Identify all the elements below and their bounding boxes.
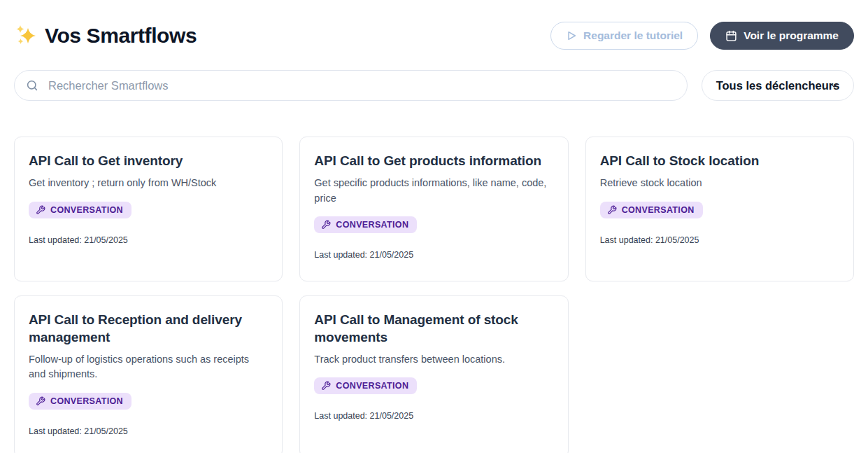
smartflows-page: Vos Smartflows Regarder le tutoriel Voir… <box>0 0 868 453</box>
smartflow-grid: API Call to Get inventory Get inventory … <box>14 137 854 453</box>
trigger-badge-label: CONVERSATION <box>50 396 123 406</box>
card-description: Follow-up of logistics operations such a… <box>29 352 268 382</box>
trigger-filter-label: Tous les déclencheurs <box>716 79 840 92</box>
card-last-updated: Last updated: 21/05/2025 <box>29 426 268 436</box>
card-title: API Call to Stock location <box>600 153 839 169</box>
trigger-badge: CONVERSATION <box>314 377 417 394</box>
card-description: Track product transfers between location… <box>314 352 553 367</box>
play-icon <box>566 30 577 41</box>
card-last-updated: Last updated: 21/05/2025 <box>314 250 553 260</box>
search-input[interactable] <box>15 71 687 100</box>
view-program-button[interactable]: Voir le programme <box>710 22 854 50</box>
trigger-badge: CONVERSATION <box>600 202 703 218</box>
smartflow-card[interactable]: API Call to Management of stock movement… <box>299 295 568 453</box>
title-wrap: Vos Smartflows <box>14 24 197 48</box>
calendar-icon <box>725 30 737 42</box>
card-title: API Call to Management of stock movement… <box>314 312 553 346</box>
trigger-filter-select[interactable]: Tous les déclencheurs <box>702 70 854 101</box>
trigger-badge: CONVERSATION <box>29 202 131 218</box>
toolbar: Tous les déclencheurs <box>14 70 854 101</box>
card-last-updated: Last updated: 21/05/2025 <box>29 235 268 245</box>
trigger-badge: CONVERSATION <box>29 393 131 410</box>
header: Vos Smartflows Regarder le tutoriel Voir… <box>14 21 854 50</box>
trigger-badge-label: CONVERSATION <box>336 381 408 391</box>
smartflow-card[interactable]: API Call to Get inventory Get inventory … <box>14 137 283 281</box>
sparkles-icon <box>14 24 38 48</box>
trigger-badge-label: CONVERSATION <box>50 205 123 215</box>
trigger-badge: CONVERSATION <box>314 216 417 233</box>
page-title: Vos Smartflows <box>45 24 197 48</box>
watch-tutorial-label: Regarder le tutoriel <box>583 29 683 42</box>
card-last-updated: Last updated: 21/05/2025 <box>600 235 839 245</box>
card-description: Retrieve stock location <box>600 176 839 190</box>
card-title: API Call to Get inventory <box>29 153 268 169</box>
smartflow-card[interactable]: API Call to Stock location Retrieve stoc… <box>585 137 854 281</box>
header-actions: Regarder le tutoriel Voir le programme <box>550 22 854 50</box>
view-program-label: Voir le programme <box>744 29 839 42</box>
card-title: API Call to Get products information <box>314 153 553 169</box>
trigger-badge-label: CONVERSATION <box>622 205 695 215</box>
watch-tutorial-button[interactable]: Regarder le tutoriel <box>550 22 698 50</box>
wrench-icon <box>607 205 617 215</box>
smartflow-card[interactable]: API Call to Reception and delivery manag… <box>14 295 283 453</box>
card-description: Get specific products informations, like… <box>314 176 553 206</box>
search-bar <box>14 70 688 101</box>
wrench-icon <box>36 205 45 215</box>
card-description: Get inventory ; return only from WH/Stoc… <box>29 176 268 190</box>
search-icon <box>26 79 38 92</box>
wrench-icon <box>36 396 45 406</box>
trigger-badge-label: CONVERSATION <box>336 220 408 230</box>
card-last-updated: Last updated: 21/05/2025 <box>314 411 553 421</box>
card-title: API Call to Reception and delivery manag… <box>29 312 268 346</box>
wrench-icon <box>321 220 331 230</box>
wrench-icon <box>321 381 331 391</box>
smartflow-card[interactable]: API Call to Get products information Get… <box>299 137 568 281</box>
